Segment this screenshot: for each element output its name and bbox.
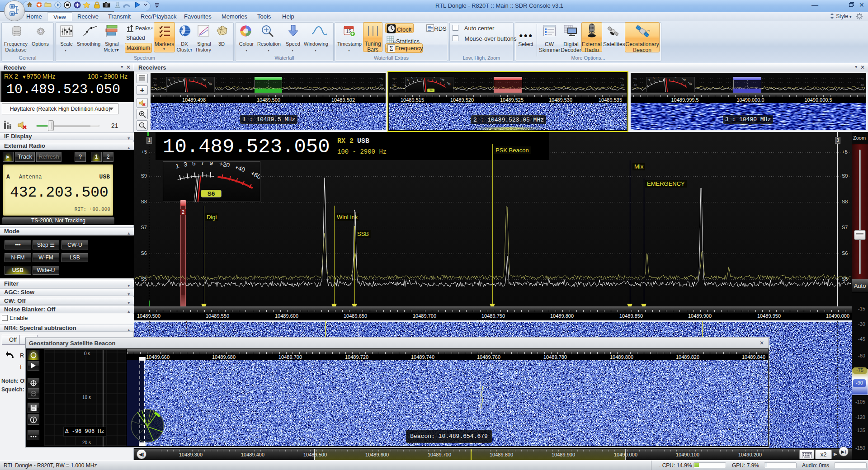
svg-text:+60: +60 xyxy=(207,81,212,85)
svg-text:-40: -40 xyxy=(392,77,396,80)
svg-text:-60: -60 xyxy=(153,84,157,86)
svg-text:7: 7 xyxy=(657,77,659,78)
svg-text:9: 9 xyxy=(420,77,422,77)
svg-text:+40: +40 xyxy=(201,77,206,81)
svg-text:5: 5 xyxy=(411,77,413,80)
svg-text:+20: +20 xyxy=(192,77,197,78)
svg-text:-60: -60 xyxy=(633,84,637,86)
svg-text:5: 5 xyxy=(652,77,655,80)
svg-text:-60: -60 xyxy=(392,84,396,86)
svg-text:-60: -60 xyxy=(620,84,624,86)
svg-text:3: 3 xyxy=(168,78,170,81)
svg-text:-40: -40 xyxy=(633,77,637,80)
svg-text:7: 7 xyxy=(177,77,179,78)
svg-text:+20: +20 xyxy=(672,77,677,78)
svg-text:+60: +60 xyxy=(687,81,692,85)
svg-text:-60: -60 xyxy=(860,84,864,86)
svg-text:-40: -40 xyxy=(379,77,383,80)
svg-text:7: 7 xyxy=(416,77,418,78)
svg-text:9: 9 xyxy=(662,77,664,77)
svg-text:3: 3 xyxy=(648,78,651,81)
svg-text:5: 5 xyxy=(172,77,175,80)
svg-text:+40: +40 xyxy=(681,77,686,81)
svg-text:+60: +60 xyxy=(446,81,451,85)
svg-text:-40: -40 xyxy=(620,77,624,80)
svg-text:S6: S6 xyxy=(429,89,433,92)
svg-text:+40: +40 xyxy=(440,77,445,81)
svg-text:9: 9 xyxy=(182,77,184,77)
svg-text:-40: -40 xyxy=(860,77,864,80)
svg-text:Σ: Σ xyxy=(389,45,393,52)
svg-text:-60: -60 xyxy=(379,84,383,86)
svg-text:+20: +20 xyxy=(431,77,436,78)
svg-text:3: 3 xyxy=(406,78,409,81)
svg-text:-40: -40 xyxy=(153,77,157,80)
